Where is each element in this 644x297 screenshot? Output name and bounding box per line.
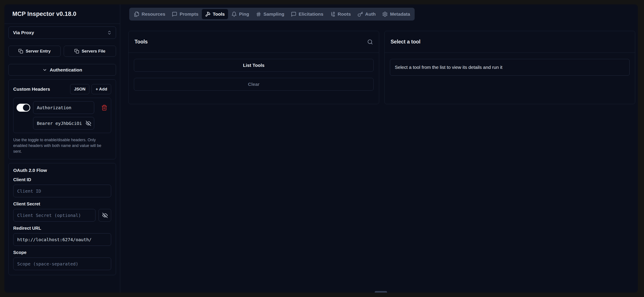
server-entry-button[interactable]: Server Entry [8,46,61,57]
eye-off-icon [86,121,91,126]
custom-headers-head: Custom Headers JSON + Add [13,84,111,94]
custom-headers-panel: Custom Headers JSON + Add [8,79,116,159]
empty-state-message: Select a tool from the list to view its … [390,59,630,76]
client-secret-row [13,209,111,221]
app-title: MCP Inspector v0.18.0 [12,11,76,18]
tab-resources[interactable]: Resources [130,9,168,19]
client-secret-label: Client Secret [13,201,111,206]
toggle-secret-visibility-button[interactable] [98,209,111,221]
mcp-inspector-window: MCP Inspector v0.18.0 Via Proxy Server E… [4,5,638,292]
main-area: Resources Prompts Tools Ping Sampling [120,5,638,292]
redirect-url-input[interactable] [13,233,111,246]
list-tools-button[interactable]: List Tools [134,59,374,72]
chevrons-up-down-icon [107,30,112,35]
content-cards: Tools List Tools Clear Select a tool [128,31,635,104]
toggle-header-value-visibility-button[interactable] [86,121,91,126]
chevron-down-icon [42,68,47,72]
hammer-icon [205,12,210,17]
desktop-background: MCP Inspector v0.18.0 Via Proxy Server E… [0,0,644,297]
tab-label: Prompts [180,12,198,17]
oauth-title: OAuth 2.0 Flow [13,168,111,173]
tool-detail-panel: Select a tool Select a tool from the lis… [384,31,635,104]
detail-panel-body: Select a tool from the list to view its … [385,53,635,82]
copy-icon [74,49,79,54]
custom-headers-title: Custom Headers [13,87,50,92]
client-id-label: Client ID [13,177,111,182]
server-buttons-row: Server Entry Servers File [8,46,116,57]
client-secret-input[interactable] [13,209,96,221]
toggle-knob [23,104,30,111]
gear-icon [382,12,388,17]
message-square-icon [172,12,177,17]
custom-headers-actions: JSON + Add [70,84,111,94]
header-value-row [33,117,94,130]
transport-select-value: Via Proxy [13,30,34,35]
tools-panel-body: List Tools Clear [128,53,379,97]
clear-tools-button[interactable]: Clear [134,78,374,91]
tab-auth[interactable]: Auth [354,9,379,19]
search-icon[interactable] [367,39,373,45]
bell-icon [231,12,237,17]
detail-panel-header: Select a tool [385,31,635,53]
add-header-button[interactable]: + Add [92,84,111,94]
scope-label: Scope [13,250,111,255]
sidebar: MCP Inspector v0.18.0 Via Proxy Server E… [4,5,120,292]
authentication-collapse-button[interactable]: Authentication [8,64,116,76]
tab-sampling[interactable]: Sampling [252,9,288,19]
key-icon [358,12,363,17]
tools-panel-header: Tools [128,31,379,53]
bottom-panel-handle[interactable] [375,291,387,292]
transport-select[interactable]: Via Proxy [8,27,116,39]
tab-label: Resources [142,12,165,17]
files-icon [134,12,140,17]
oauth-panel: OAuth 2.0 Flow Client ID Client Secret R… [8,163,116,275]
sidebar-header: MCP Inspector v0.18.0 [4,5,120,24]
tab-label: Elicitations [298,12,323,17]
header-enabled-toggle[interactable] [16,104,30,112]
tree-icon [330,12,336,17]
tab-label: Auth [365,12,376,17]
tab-label: Roots [338,12,351,17]
json-view-button[interactable]: JSON [70,84,90,94]
tools-list-panel: Tools List Tools Clear [128,31,379,104]
header-entry [13,98,111,133]
sidebar-body: Via Proxy Server Entry Servers File [4,24,120,275]
tab-tools[interactable]: Tools [202,9,228,19]
tab-label: Sampling [264,12,284,17]
tab-prompts[interactable]: Prompts [168,9,202,19]
header-entry-row [16,101,108,114]
header-value-input[interactable] [33,117,94,130]
message-square-icon [291,12,296,17]
header-name-input[interactable] [33,101,94,114]
tools-panel-title: Tools [134,39,148,45]
tab-ping[interactable]: Ping [228,9,252,19]
hash-icon [256,12,261,17]
scope-input[interactable] [13,257,111,270]
delete-header-button[interactable] [101,105,108,111]
empty-state-text: Select a tool from the list to view its … [395,65,502,70]
trash-icon [101,105,108,111]
tab-label: Tools [213,12,225,17]
servers-file-button[interactable]: Servers File [64,46,116,57]
redirect-url-label: Redirect URL [13,226,111,231]
custom-headers-helper-text: Use the toggle to enable/disable headers… [13,137,110,154]
detail-panel-title: Select a tool [390,39,420,45]
eye-off-icon [102,212,108,218]
servers-file-label: Servers File [82,49,106,54]
copy-icon [18,49,23,54]
tab-label: Ping [239,12,249,17]
tab-bar: Resources Prompts Tools Ping Sampling [129,8,415,21]
tab-metadata[interactable]: Metadata [379,9,413,19]
client-id-input[interactable] [13,185,111,197]
server-entry-label: Server Entry [26,49,50,54]
authentication-label: Authentication [50,67,82,73]
tab-label: Metadata [390,12,410,17]
tab-elicitations[interactable]: Elicitations [288,9,327,19]
tab-roots[interactable]: Roots [327,9,354,19]
